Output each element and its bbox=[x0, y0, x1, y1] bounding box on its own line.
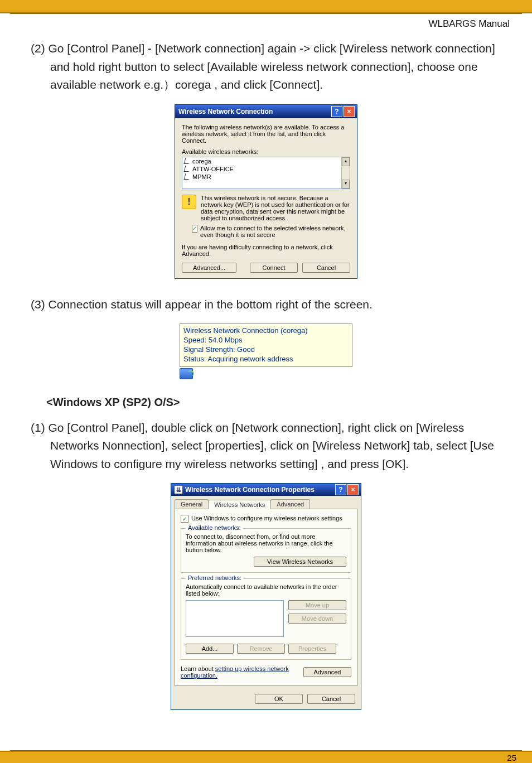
allow-connect-checkbox[interactable]: ✓ bbox=[192, 225, 197, 233]
antenna-icon bbox=[184, 158, 191, 164]
balloon-speed: Speed: 54.0 Mbps bbox=[183, 336, 349, 345]
security-warning-text: This wireless network is not secure. Bec… bbox=[201, 195, 350, 221]
balloon-signal: Signal Strength: Good bbox=[183, 345, 349, 355]
dialog2-titlebar: ⇊ Wireless Network Connection Properties… bbox=[171, 484, 361, 496]
tab-general[interactable]: General bbox=[175, 499, 209, 509]
available-networks-label: Available wireless networks: bbox=[182, 148, 350, 155]
allow-connect-label: Allow me to connect to the selected wire… bbox=[200, 225, 350, 238]
figure-wnc-properties: ⇊ Wireless Network Connection Properties… bbox=[31, 483, 501, 710]
available-help-text: To connect to, disconnect from, or find … bbox=[186, 533, 346, 553]
tab-panel: ✓ Use Windows to configure my wireless n… bbox=[175, 509, 357, 686]
status-balloon: Wireless Network Connection (corega) Spe… bbox=[180, 323, 352, 367]
list-item: corega bbox=[182, 157, 350, 165]
step-1-xpsp2-text: (1) Go [Control Panel], double click on … bbox=[31, 419, 501, 474]
group-available-networks: Available networks: To connect to, disco… bbox=[181, 528, 351, 573]
dialog1-title: Wireless Network Connection bbox=[178, 108, 330, 115]
learn-about-text: Learn about setting up wireless network … bbox=[181, 665, 303, 679]
preferred-networks-list[interactable] bbox=[186, 600, 284, 637]
dialog2-title: Wireless Network Connection Properties bbox=[185, 486, 334, 494]
close-icon[interactable]: × bbox=[347, 484, 359, 495]
balloon-title: Wireless Network Connection (corega) bbox=[183, 326, 349, 336]
dialog-wnc-properties: ⇊ Wireless Network Connection Properties… bbox=[171, 483, 361, 710]
help-icon[interactable]: ? bbox=[331, 106, 342, 117]
use-windows-label: Use Windows to configure my wireless net… bbox=[191, 515, 342, 521]
group-legend-available: Available networks: bbox=[186, 524, 243, 531]
cancel-button[interactable]: Cancel bbox=[302, 263, 350, 273]
page-number: 25 bbox=[0, 752, 532, 762]
move-down-button: Move down bbox=[288, 614, 346, 624]
group-legend-preferred: Preferred networks: bbox=[186, 574, 244, 581]
antenna-icon bbox=[184, 166, 191, 172]
advanced-button-2[interactable]: Advanced bbox=[303, 667, 351, 677]
window-icon: ⇊ bbox=[175, 486, 182, 494]
step-2-text: (2) Go [Control Panel] - [Network connec… bbox=[31, 40, 501, 94]
list-item: MPMR bbox=[182, 173, 350, 181]
antenna-icon bbox=[184, 173, 191, 180]
tab-wireless-networks[interactable]: Wireless Networks bbox=[208, 500, 271, 509]
figure-status-balloon: Wireless Network Connection (corega) Spe… bbox=[31, 323, 501, 379]
advanced-button[interactable]: Advanced... bbox=[182, 263, 236, 273]
cancel-button-2[interactable]: Cancel bbox=[307, 694, 355, 704]
use-windows-checkbox[interactable]: ✓ bbox=[181, 515, 188, 523]
ok-button[interactable]: OK bbox=[255, 694, 303, 704]
scroll-up-icon[interactable]: ▴ bbox=[342, 157, 350, 166]
scroll-down-icon[interactable]: ▾ bbox=[342, 180, 350, 189]
dialog1-intro: The following wireless network(s) are av… bbox=[182, 124, 350, 144]
dialog1-titlebar: Wireless Network Connection ? × bbox=[175, 105, 357, 118]
network-list[interactable]: corega ATTW-OFFICE MPMR ▴ ▾ bbox=[182, 157, 350, 189]
list-item: ATTW-OFFICE bbox=[182, 165, 350, 173]
manual-title: WLBARGS Manual bbox=[429, 18, 510, 30]
tab-bar: General Wireless Networks Advanced bbox=[171, 496, 361, 509]
warning-icon: ! bbox=[182, 195, 196, 209]
close-icon[interactable]: × bbox=[344, 106, 355, 117]
network-tray-icon[interactable] bbox=[180, 368, 193, 379]
preferred-help-text: Automatically connect to available netwo… bbox=[186, 583, 346, 597]
connect-button[interactable]: Connect bbox=[250, 263, 298, 273]
bottom-accent-bar: 25 bbox=[0, 751, 532, 763]
difficulty-text: If you are having difficulty connecting … bbox=[182, 244, 350, 257]
section-heading-xpsp2: <Windows XP (SP2) O/S> bbox=[46, 396, 501, 409]
balloon-status: Status: Acquiring network address bbox=[183, 355, 349, 364]
scrollbar[interactable]: ▴ ▾ bbox=[341, 157, 350, 189]
add-button[interactable]: Add... bbox=[186, 644, 234, 654]
dialog-wireless-network-connection: Wireless Network Connection ? × The foll… bbox=[175, 104, 357, 279]
group-preferred-networks: Preferred networks: Automatically connec… bbox=[181, 578, 351, 660]
top-accent-bar bbox=[0, 0, 532, 13]
figure-wireless-connection-dialog: Wireless Network Connection ? × The foll… bbox=[31, 104, 501, 279]
properties-button: Properties bbox=[288, 644, 336, 654]
tab-advanced[interactable]: Advanced bbox=[270, 499, 310, 509]
step-3-text: (3) Connection status will appear in the… bbox=[31, 296, 501, 314]
view-wireless-networks-button[interactable]: View Wireless Networks bbox=[254, 557, 346, 567]
move-up-button: Move up bbox=[288, 600, 346, 610]
help-icon[interactable]: ? bbox=[335, 484, 346, 495]
remove-button: Remove bbox=[237, 644, 285, 654]
